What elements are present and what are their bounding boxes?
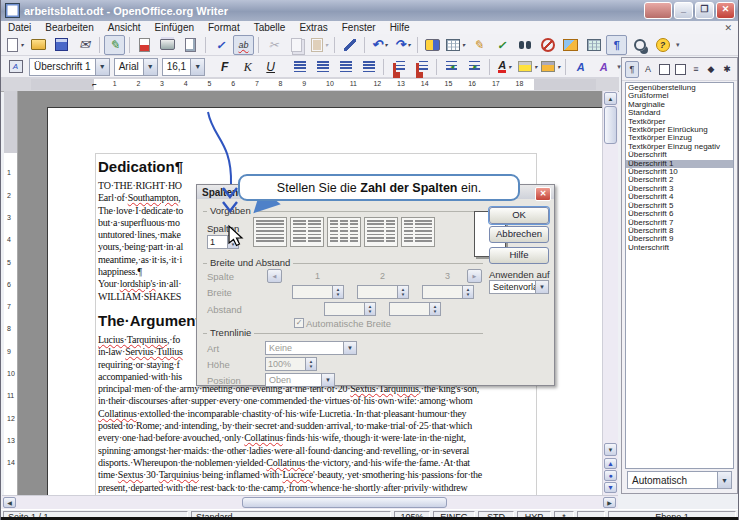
style-filter-combo[interactable]: Automatisch▼ <box>627 471 732 489</box>
page-preview-icon[interactable] <box>180 35 201 55</box>
line-type-combo[interactable]: Keine▼ <box>265 341 357 355</box>
align-right-icon[interactable] <box>335 57 356 77</box>
align-left-icon[interactable] <box>289 57 310 77</box>
find-replace-icon[interactable] <box>514 35 535 55</box>
width-spinner-3[interactable]: ▲▼ <box>422 285 474 299</box>
spellcheck-icon[interactable]: ✓ <box>210 35 231 55</box>
menu-item-datei[interactable]: Datei <box>1 21 38 34</box>
chevron-down-icon[interactable]: ▾ <box>534 63 537 70</box>
drawing-functions-icon[interactable]: ✎ <box>468 35 489 55</box>
font-name-combo[interactable]: Arial▼ <box>114 58 158 76</box>
chevron-down-icon[interactable]: ▾ <box>508 63 511 70</box>
menu-item-hilfe[interactable]: Hilfe <box>383 21 417 34</box>
paragraph-dialog-icon[interactable]: A <box>593 57 614 77</box>
line-position-combo[interactable]: Oben▼ <box>265 373 335 387</box>
vertical-scrollbar[interactable]: ▲ ▼ ▲ ● ▼ <box>602 91 618 495</box>
formatting-marks-icon[interactable]: ¶ <box>606 35 627 55</box>
paragraph-styles-icon[interactable]: ¶ <box>625 61 639 78</box>
line-height-spinner[interactable]: 100%▲▼ <box>265 357 317 371</box>
toolbar-overflow-icon[interactable]: ▾ <box>676 41 680 49</box>
undo-icon[interactable]: ↶▾ <box>369 35 390 55</box>
width-spinner-1[interactable]: ▲▼ <box>292 285 344 299</box>
gallery-icon[interactable] <box>560 35 581 55</box>
highlighting-icon[interactable]: ▾ <box>517 57 538 77</box>
previous-page-icon[interactable]: ▲ <box>604 458 617 469</box>
document-close-icon[interactable]: ✕ <box>718 23 738 33</box>
menu-item-extras[interactable]: Extras <box>292 21 334 34</box>
print-icon[interactable] <box>157 35 178 55</box>
columns-preset-2col[interactable] <box>290 217 324 247</box>
menu-item-ansicht[interactable]: Ansicht <box>101 21 148 34</box>
page-styles-icon[interactable] <box>673 61 687 78</box>
horizontal-scroll-thumb[interactable] <box>242 497 447 508</box>
email-icon[interactable]: ✉ <box>74 35 95 55</box>
title-bar[interactable]: arbeitsblatt.odt - OpenOffice.org Writer… <box>1 0 738 21</box>
bullet-list-icon[interactable] <box>411 57 432 77</box>
spinner-arrows-icon[interactable]: ▲▼ <box>227 236 238 248</box>
bold-button[interactable]: F <box>214 57 235 77</box>
chevron-down-icon[interactable]: ▾ <box>557 63 560 70</box>
save-icon[interactable] <box>51 35 72 55</box>
chevron-down-icon[interactable]: ▾ <box>325 41 328 48</box>
list-styles-icon[interactable]: ≡ <box>689 61 703 78</box>
data-sources-icon[interactable] <box>583 35 604 55</box>
chevron-down-icon[interactable]: ▼ <box>321 374 334 386</box>
chevron-down-icon[interactable]: ▼ <box>190 59 204 75</box>
decrease-indent-icon[interactable]: ◂ <box>441 57 462 77</box>
character-dialog-icon[interactable]: A <box>570 57 591 77</box>
chevron-down-icon[interactable]: ▾ <box>462 41 465 48</box>
columns-preset-1col[interactable] <box>253 217 287 247</box>
zoom-icon[interactable] <box>629 35 650 55</box>
spacing-spinner-2[interactable]: ▲▼ <box>389 302 441 316</box>
new-style-icon[interactable]: ✱ <box>720 61 734 78</box>
chevron-down-icon[interactable]: ▾ <box>407 41 410 48</box>
columns-count-spinner[interactable]: 1 ▲▼ <box>207 235 239 249</box>
column-prev-icon[interactable]: ◀ <box>267 269 282 283</box>
increase-indent-icon[interactable]: ▸ <box>464 57 485 77</box>
autocorrect-icon[interactable]: ✓ <box>491 35 512 55</box>
menu-item-einfgen[interactable]: Einfügen <box>148 21 201 34</box>
horizontal-ruler[interactable]: ⌐ 123456789101112131415161718 <box>1 78 619 92</box>
background-color-icon[interactable]: ▾ <box>540 57 561 77</box>
navigation-icon[interactable]: ● <box>604 470 617 481</box>
chevron-down-icon[interactable]: ▼ <box>95 59 109 75</box>
menu-item-format[interactable]: Format <box>201 21 247 34</box>
open-icon[interactable] <box>28 35 49 55</box>
chevron-down-icon[interactable]: ▼ <box>535 281 548 293</box>
italic-button[interactable]: K <box>237 57 258 77</box>
underline-button[interactable]: U <box>260 57 281 77</box>
restore-button[interactable]: ❐ <box>695 2 714 19</box>
paste-icon[interactable]: ▾ <box>309 35 330 55</box>
columns-preset-right-wide[interactable] <box>401 217 435 247</box>
spacing-spinner-1[interactable]: ▲▼ <box>324 302 376 316</box>
scroll-down-icon[interactable]: ▼ <box>604 443 617 456</box>
chevron-down-icon[interactable]: ▾ <box>20 41 23 48</box>
auto-width-checkbox[interactable]: ✓ <box>294 318 304 328</box>
scroll-right-icon[interactable]: ▶ <box>603 497 616 508</box>
close-button[interactable]: ✕ <box>716 2 735 19</box>
frame-styles-icon[interactable] <box>657 61 671 78</box>
format-paintbrush-icon[interactable] <box>339 35 360 55</box>
numbered-list-icon[interactable] <box>388 57 409 77</box>
paragraph-style-combo[interactable]: Überschrift 1▼ <box>29 58 110 76</box>
scroll-left-icon[interactable]: ◀ <box>3 497 16 508</box>
cancel-button[interactable]: Abbrechen <box>489 226 549 243</box>
export-pdf-icon[interactable] <box>134 35 155 55</box>
width-spinner-2[interactable]: ▲▼ <box>357 285 409 299</box>
column-next-icon[interactable]: ▶ <box>467 269 482 283</box>
chevron-down-icon[interactable]: ▼ <box>343 342 356 354</box>
vertical-ruler[interactable]: 1234567891011121314 <box>4 91 18 495</box>
new-document-icon[interactable]: ▾ <box>5 35 26 55</box>
insert-table-icon[interactable]: ▾ <box>445 35 466 55</box>
character-styles-icon[interactable]: A <box>641 61 655 78</box>
align-center-icon[interactable] <box>312 57 333 77</box>
align-justify-icon[interactable] <box>358 57 379 77</box>
cut-icon[interactable]: ✂ <box>263 35 284 55</box>
ok-button[interactable]: OK <box>489 207 549 224</box>
help-icon[interactable]: ? <box>652 35 673 55</box>
scroll-up-icon[interactable]: ▲ <box>604 92 617 105</box>
hyperlink-icon[interactable] <box>422 35 443 55</box>
fill-format-icon[interactable]: ◆ <box>704 61 718 78</box>
redo-icon[interactable]: ↷▾ <box>392 35 413 55</box>
columns-preset-3col[interactable] <box>327 217 361 247</box>
